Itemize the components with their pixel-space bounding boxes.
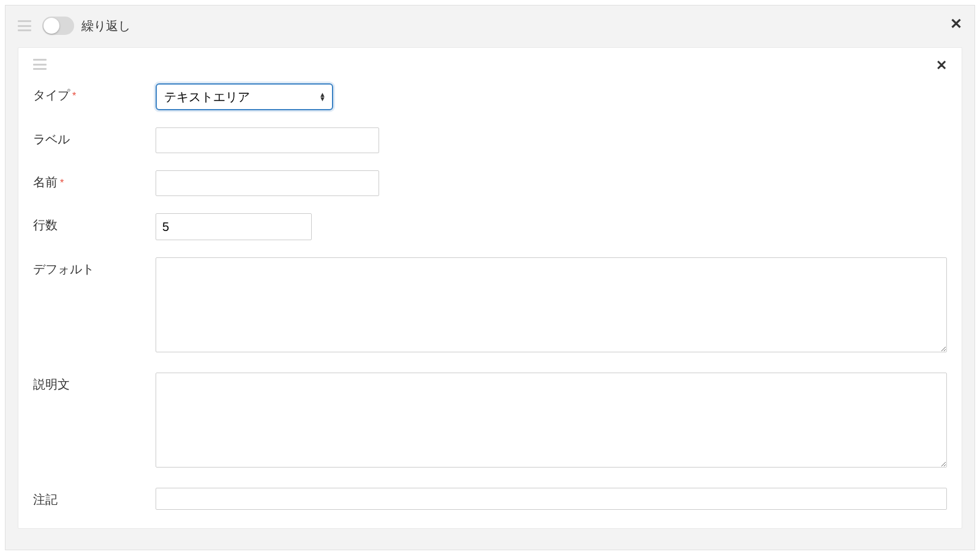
close-icon[interactable]: ✕ [950, 17, 962, 31]
inner-drag-handle-icon[interactable] [33, 59, 47, 70]
repeat-toggle[interactable] [42, 17, 74, 35]
name-input[interactable] [156, 170, 379, 196]
required-marker: * [72, 91, 76, 101]
note-input[interactable] [156, 488, 947, 510]
control-label [156, 127, 947, 153]
outer-panel: 繰り返し ✕ ✕ タイプ* テキストエリア ▲▼ [5, 5, 975, 550]
rows-input[interactable] [156, 213, 312, 240]
label-note: 注記 [33, 488, 156, 508]
control-rows [156, 213, 947, 240]
control-description [156, 373, 947, 471]
label-label: ラベル [33, 127, 156, 148]
control-note [156, 488, 947, 510]
inner-panel: ✕ タイプ* テキストエリア ▲▼ ラベル [18, 47, 962, 529]
required-marker-name: * [60, 178, 64, 188]
label-name: 名前* [33, 170, 156, 191]
type-select[interactable]: テキストエリア [156, 83, 333, 110]
label-default: デフォルト [33, 257, 156, 278]
drag-handle-icon[interactable] [18, 20, 31, 31]
row-label: ラベル [33, 127, 947, 153]
label-rows: 行数 [33, 213, 156, 233]
toggle-knob [43, 18, 59, 34]
row-name: 名前* [33, 170, 947, 196]
type-select-wrap: テキストエリア ▲▼ [156, 83, 333, 110]
label-name-text: 名前 [33, 175, 58, 189]
description-textarea[interactable] [156, 373, 947, 468]
row-rows: 行数 [33, 213, 947, 240]
row-note: 注記 [33, 488, 947, 510]
label-description: 説明文 [33, 373, 156, 393]
inner-header: ✕ [33, 59, 947, 70]
default-textarea[interactable] [156, 257, 947, 352]
control-name [156, 170, 947, 196]
label-type: タイプ* [33, 83, 156, 104]
row-type: タイプ* テキストエリア ▲▼ [33, 83, 947, 110]
outer-header: 繰り返し ✕ [6, 6, 974, 41]
row-description: 説明文 [33, 373, 947, 471]
control-default [156, 257, 947, 355]
label-input[interactable] [156, 127, 379, 153]
inner-close-icon[interactable]: ✕ [936, 59, 947, 72]
row-default: デフォルト [33, 257, 947, 355]
control-type: テキストエリア ▲▼ [156, 83, 947, 110]
label-type-text: タイプ [33, 88, 70, 102]
repeat-toggle-label: 繰り返し [81, 18, 130, 34]
